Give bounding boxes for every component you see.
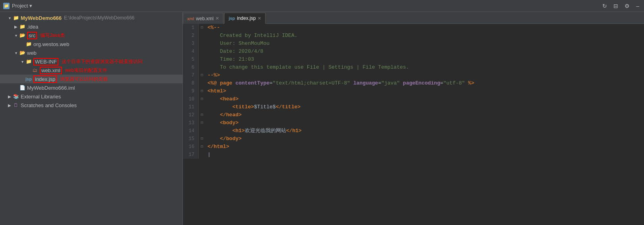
folder-icon-idea: 📁 — [19, 23, 25, 30]
line-gutter-17 — [199, 151, 205, 159]
tree-item-org-westos[interactable]: 📁 org.westos.web — [0, 40, 182, 48]
line-content-14[interactable]: <h1>欢迎光临我的网站</h1> — [205, 127, 302, 135]
token — [400, 80, 403, 86]
label-idea: .idea — [27, 24, 38, 30]
line-content-9[interactable]: <html> — [205, 87, 226, 95]
line-number-3: 3 — [183, 40, 199, 48]
line-content-5[interactable]: Time: 21:03 — [205, 56, 254, 63]
token: <h1> — [208, 128, 245, 134]
token: Date: 2020/4/8 — [208, 48, 263, 54]
token: <head> — [208, 96, 239, 102]
line-gutter-5 — [199, 56, 205, 63]
arrow-src: ▾ — [13, 33, 19, 38]
minimize-button[interactable]: – — [634, 2, 641, 10]
annotation-src: 编写Java类 — [40, 32, 64, 39]
line-content-4[interactable]: Date: 2020/4/8 — [205, 48, 263, 56]
tree-item-indexjsp[interactable]: jsp index.jsp 浏览器可以访问的页面 — [0, 75, 182, 83]
line-gutter-2 — [199, 32, 205, 40]
tree-item-iml[interactable]: 📄 MyWebDemo666.iml — [0, 83, 182, 92]
line-number-8: 8 — [183, 79, 199, 87]
line-content-8[interactable]: <%@ page contentType="text/html;charset=… — [205, 79, 474, 87]
tree-item-mywebdemo[interactable]: ▾ 📁 MyWebDemo666 E:\IdeaProjects\MyWebDe… — [0, 13, 182, 22]
token: To change this template use File | Setti… — [208, 64, 409, 70]
token: language — [353, 80, 378, 86]
line-gutter-1: ⊟ — [199, 24, 205, 32]
settings-button[interactable]: ⚙ — [623, 2, 631, 10]
tree-item-web[interactable]: ▾ 📂 web — [0, 48, 182, 57]
line-gutter-7: ⊟ — [199, 71, 205, 79]
tree-item-src[interactable]: ▾ 📂 src 编写Java类 — [0, 31, 182, 40]
arrow-web: ▾ — [13, 51, 19, 55]
line-number-13: 13 — [183, 119, 199, 127]
tree-item-idea[interactable]: ▶ 📁 .idea — [0, 22, 182, 31]
folder-icon-src: 📂 — [19, 32, 25, 38]
line-gutter-15: ⊟ — [199, 135, 205, 143]
tab-close-webxml[interactable]: ✕ — [215, 16, 219, 21]
code-line-14: 14 <h1>欢迎光临我的网站</h1> — [183, 127, 644, 135]
tree-item-webinf[interactable]: ▾ 📁 WEB-INF 这个目录下的资源浏览器不能直接访问 — [0, 57, 182, 66]
tree-item-scratches[interactable]: ▶ 🗒 Scratches and Consoles — [0, 101, 182, 110]
arrow-scratches: ▶ — [6, 103, 13, 108]
line-content-15[interactable]: </body> — [205, 135, 242, 143]
line-content-2[interactable]: Created by IntelliJ IDEA. — [205, 32, 297, 40]
line-content-10[interactable]: <head> — [205, 95, 239, 103]
code-line-1: 1⊟<%-- — [183, 24, 644, 32]
token: <%@ page — [208, 80, 235, 86]
line-content-3[interactable]: User: ShenMouMou — [205, 40, 270, 48]
title-dropdown-arrow[interactable]: ▾ — [29, 3, 32, 9]
arrow-mywebdemo: ▾ — [6, 16, 13, 20]
code-line-9: 9⊟<html> — [183, 87, 644, 95]
iml-icon: 📄 — [19, 85, 25, 91]
line-number-2: 2 — [183, 32, 199, 40]
annotation-indexjsp: 浏览器可以访问的页面 — [60, 76, 108, 83]
token: Created by IntelliJ IDEA. — [208, 33, 297, 38]
code-line-2: 2 Created by IntelliJ IDEA. — [183, 32, 644, 40]
tree-item-webxml[interactable]: 🗂 web.xml web项目的配置文件 — [0, 66, 182, 75]
token: </title> — [276, 104, 301, 110]
tree-item-external[interactable]: ▶ 📚 External Libraries — [0, 92, 182, 101]
code-editor[interactable]: 1⊟<%--2 Created by IntelliJ IDEA.3 User:… — [183, 24, 644, 225]
line-number-11: 11 — [183, 103, 199, 111]
token: <title> — [208, 104, 254, 110]
line-content-13[interactable]: <body> — [205, 119, 239, 127]
line-content-6[interactable]: To change this template use File | Setti… — [205, 63, 409, 71]
token: $Title$ — [254, 104, 276, 110]
line-content-11[interactable]: <title>$Title$</title> — [205, 103, 301, 111]
code-line-5: 5 Time: 21:03 — [183, 56, 644, 63]
file-tree: ▾ 📁 MyWebDemo666 E:\IdeaProjects\MyWebDe… — [0, 12, 182, 111]
token: "java" — [381, 80, 400, 86]
token: "text/html;charset=UTF-8" — [273, 80, 350, 86]
tab-close-indexjsp[interactable]: ✕ — [258, 16, 261, 21]
label-indexjsp: index.jsp — [33, 75, 57, 83]
line-content-12[interactable]: </head> — [205, 111, 242, 119]
title-bar-controls: ↻ ⊟ ⚙ – — [601, 2, 641, 10]
label-org-westos: org.westos.web — [33, 41, 69, 47]
line-number-10: 10 — [183, 95, 199, 103]
title-bar-title: Project — [12, 3, 28, 9]
annotation-webxml: web项目的配置文件 — [65, 67, 107, 74]
collapse-button[interactable]: ⊟ — [612, 2, 620, 10]
token: Time: 21:03 — [208, 56, 254, 62]
tab-indexjsp[interactable]: jsp index.jsp ✕ — [224, 13, 266, 24]
code-line-17: 17| — [183, 151, 644, 159]
code-line-7: 7⊟--%> — [183, 71, 644, 79]
token: = — [270, 80, 273, 86]
sync-button[interactable]: ↻ — [601, 2, 609, 10]
token: </h1> — [286, 128, 302, 134]
annotation-webinf: 这个目录下的资源浏览器不能直接访问 — [62, 58, 143, 65]
line-content-17[interactable]: | — [205, 151, 211, 159]
token: | — [208, 152, 211, 158]
line-content-16[interactable]: </html> — [205, 143, 229, 151]
line-gutter-4 — [199, 48, 205, 56]
line-content-1[interactable]: <%-- — [205, 24, 220, 32]
editor-area: xml web.xml ✕ jsp index.jsp ✕ 1⊟<%--2 Cr… — [183, 12, 644, 225]
line-gutter-3 — [199, 40, 205, 48]
tab-webxml[interactable]: xml web.xml ✕ — [183, 13, 223, 24]
arrow-external: ▶ — [6, 94, 13, 99]
line-gutter-11 — [199, 103, 205, 111]
code-line-10: 10⊟ <head> — [183, 95, 644, 103]
path-mywebdemo: E:\IdeaProjects\MyWebDemo666 — [64, 15, 134, 21]
line-number-9: 9 — [183, 87, 199, 95]
line-content-7[interactable]: --%> — [205, 71, 220, 79]
line-gutter-13: ⊟ — [199, 119, 205, 127]
